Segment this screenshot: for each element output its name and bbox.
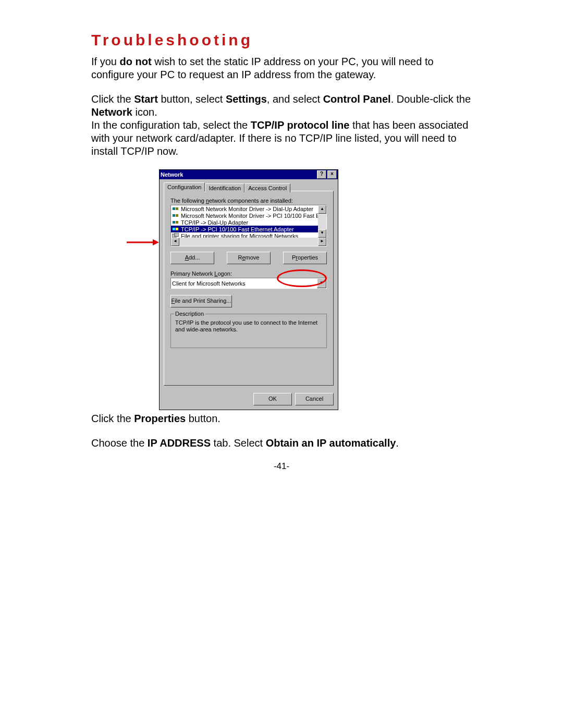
svg-rect-11 — [175, 233, 179, 237]
close-button[interactable]: × — [327, 170, 337, 179]
scroll-up-button[interactable]: ▲ — [318, 205, 326, 214]
remove-button[interactable]: Remove — [227, 252, 271, 264]
page-number: -41- — [91, 461, 472, 472]
add-button[interactable]: Add... — [170, 252, 214, 264]
tab-configuration[interactable]: Configuration — [164, 182, 205, 191]
scroll-left-button[interactable]: ◄ — [171, 238, 179, 246]
properties-step: Click the Properties button. — [91, 412, 472, 425]
svg-rect-5 — [176, 214, 178, 217]
cancel-button[interactable]: Cancel — [295, 393, 334, 405]
config-paragraph: In the configuration tab, select the TCP… — [91, 119, 472, 158]
description-title: Description — [174, 311, 205, 317]
tab-access-control[interactable]: Access Control — [244, 183, 290, 192]
components-listbox[interactable]: Microsoft Network Monitor Driver -> Dial… — [170, 205, 327, 246]
properties-button[interactable]: Properties — [283, 252, 327, 264]
vertical-scrollbar[interactable]: ▲ ▼ — [318, 205, 326, 238]
list-item[interactable]: Microsoft Network Monitor Driver -> Dial… — [171, 205, 318, 212]
svg-marker-1 — [153, 239, 159, 245]
protocol-icon — [172, 219, 179, 225]
steps-paragraph: Click the Start button, select Settings,… — [91, 93, 472, 119]
svg-rect-8 — [173, 228, 175, 230]
svg-rect-4 — [173, 214, 175, 217]
protocol-icon — [172, 226, 179, 232]
page-title: Troubleshooting — [91, 31, 472, 49]
red-arrow-annotation — [127, 239, 159, 246]
list-item-selected[interactable]: TCP/IP -> PCI 10/100 Fast Ethernet Adapt… — [171, 226, 318, 232]
protocol-icon — [172, 213, 179, 218]
list-item[interactable]: Microsoft Network Monitor Driver -> PCI … — [171, 212, 318, 219]
list-item[interactable]: TCP/IP -> Dial-Up Adapter — [171, 219, 318, 226]
network-dialog: Network ? × Configuration Identification… — [159, 169, 338, 410]
logon-label: Primary Network Logon: — [170, 270, 327, 277]
svg-rect-9 — [176, 228, 178, 230]
svg-rect-6 — [173, 221, 175, 224]
ipaddress-step: Choose the IP ADDRESS tab. Select Obtain… — [91, 437, 472, 450]
svg-rect-3 — [176, 207, 178, 210]
dialog-title: Network — [161, 171, 183, 178]
horizontal-scrollbar[interactable]: ◄ ► — [171, 238, 326, 246]
primary-logon-dropdown[interactable]: Client for Microsoft Networks — [170, 278, 327, 289]
scroll-right-button[interactable]: ► — [318, 238, 326, 246]
description-group: Description TCP/IP is the protocol you u… — [170, 314, 327, 348]
description-text: TCP/IP is the protocol you use to connec… — [175, 319, 322, 332]
components-label: The following network components are ins… — [170, 198, 327, 204]
network-dialog-screenshot: Network ? × Configuration Identification… — [91, 169, 472, 393]
help-button[interactable]: ? — [317, 170, 326, 179]
tab-identification[interactable]: Identification — [205, 183, 244, 192]
svg-rect-7 — [176, 221, 178, 224]
dialog-titlebar: Network ? × — [160, 170, 338, 179]
svg-rect-2 — [173, 207, 175, 210]
file-print-sharing-button[interactable]: File and Print Sharing... — [170, 295, 232, 307]
protocol-icon — [172, 206, 179, 212]
ok-button[interactable]: OK — [253, 393, 292, 405]
configuration-panel: The following network components are ins… — [164, 191, 334, 386]
scroll-down-button[interactable]: ▼ — [318, 229, 326, 238]
intro-paragraph: If you do not wish to set the static IP … — [91, 55, 472, 81]
